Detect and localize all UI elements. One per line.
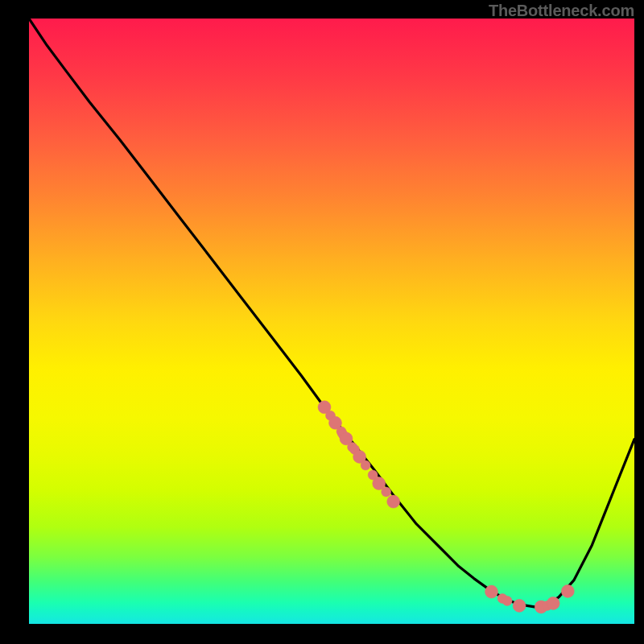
main-curve <box>29 19 634 607</box>
data-point <box>547 597 559 609</box>
chart-container: TheBottleneck.com <box>0 0 644 644</box>
data-point <box>387 495 400 508</box>
data-point <box>502 596 512 605</box>
data-point <box>361 460 370 470</box>
data-point <box>513 599 526 612</box>
data-point <box>485 585 498 598</box>
data-point <box>561 584 574 597</box>
data-point <box>382 487 391 497</box>
chart-svg-overlay <box>29 19 634 624</box>
data-points-group <box>318 401 574 613</box>
watermark-label: TheBottleneck.com <box>489 2 634 20</box>
